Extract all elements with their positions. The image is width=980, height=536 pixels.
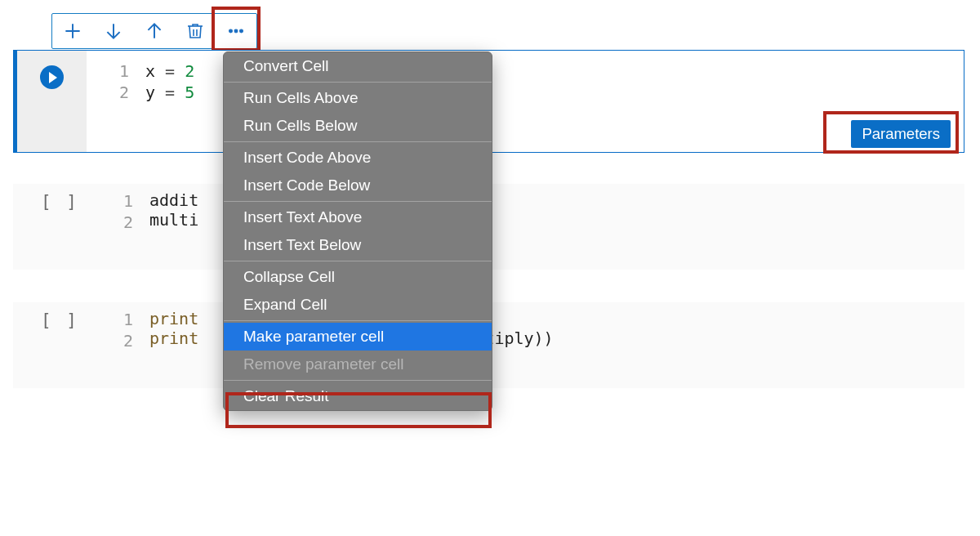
svg-point-7 [234, 29, 238, 33]
move-down-button[interactable] [93, 14, 134, 48]
lineno: 2 [87, 82, 129, 103]
move-up-button[interactable] [134, 14, 175, 48]
menu-run-cells-above[interactable]: Run Cells Above [224, 84, 492, 112]
menu-clear-result[interactable]: Clear Result [224, 382, 492, 410]
context-menu: Convert Cell Run Cells Above Run Cells B… [223, 51, 492, 411]
more-icon [225, 20, 247, 42]
menu-expand-cell[interactable]: Expand Cell [224, 291, 492, 319]
more-actions-button[interactable] [216, 14, 256, 48]
arrow-up-icon [144, 20, 165, 42]
svg-point-8 [240, 29, 243, 33]
exec-indicator: [ ] [41, 192, 79, 212]
code-editor[interactable]: 1 2 x = 2 y = 5 [87, 51, 964, 119]
exec-indicator: [ ] [41, 310, 79, 330]
lineno: 2 [99, 330, 133, 351]
lineno: 1 [99, 190, 133, 212]
menu-collapse-cell[interactable]: Collapse Cell [224, 263, 492, 291]
menu-insert-text-above[interactable]: Insert Text Above [224, 203, 492, 231]
cell-toolbar [51, 13, 257, 49]
line-numbers: 1 2 [99, 309, 149, 351]
lineno: 1 [87, 60, 129, 82]
add-cell-button[interactable] [52, 14, 93, 48]
menu-convert-cell[interactable]: Convert Cell [224, 52, 492, 80]
lineno: 1 [99, 309, 133, 330]
menu-remove-parameter-cell: Remove parameter cell [224, 351, 492, 378]
lineno: 2 [99, 212, 133, 233]
menu-run-cells-below[interactable]: Run Cells Below [224, 112, 492, 140]
parameters-badge: Parameters [851, 120, 951, 148]
delete-cell-button[interactable] [175, 14, 216, 48]
trash-icon [185, 21, 205, 41]
arrow-down-icon [103, 20, 124, 42]
line-numbers: 1 2 [99, 190, 149, 233]
svg-point-6 [229, 29, 233, 33]
menu-insert-text-below[interactable]: Insert Text Below [224, 231, 492, 259]
active-strip [14, 51, 17, 152]
plus-icon [62, 20, 83, 42]
run-cell-button[interactable] [40, 65, 64, 89]
menu-insert-code-above[interactable]: Insert Code Above [224, 144, 492, 172]
menu-make-parameter-cell[interactable]: Make parameter cell [224, 323, 492, 351]
menu-insert-code-below[interactable]: Insert Code Below [224, 172, 492, 199]
line-numbers: 1 2 [87, 60, 145, 119]
